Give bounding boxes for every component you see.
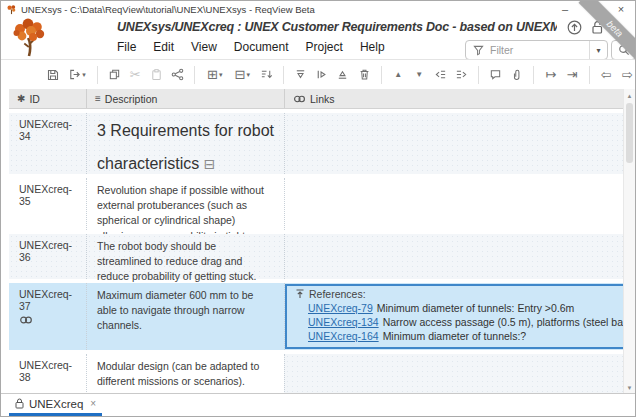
navigate-back-button[interactable]: ⇦ [599, 66, 614, 83]
app-header: UNEXsys/UNEXcreq : UNEX Customer Require… [1, 17, 635, 59]
menu-document[interactable]: Document [234, 40, 289, 54]
menu-file[interactable]: File [117, 40, 136, 54]
column-header-id[interactable]: ✱ ID [9, 89, 86, 108]
filter-box: ▾ [465, 40, 608, 60]
row-id[interactable]: UNEXcreq-38 [9, 354, 86, 394]
save-button[interactable] [45, 66, 60, 83]
table-row[interactable]: UNEXcreq-34 3 Requirements for robot cha… [9, 113, 624, 174]
reference-item: UNEXcreq-79Minimum diameter of tunnels: … [295, 302, 624, 314]
scrollbar-thumb[interactable] [626, 103, 633, 163]
id-column-icon: ✱ [17, 93, 25, 104]
row-id[interactable]: UNEXcreq-36 [9, 234, 86, 279]
menu-project[interactable]: Project [306, 40, 343, 54]
column-header-description[interactable]: ≡ Description [86, 89, 284, 108]
expand-button[interactable]: ⊞▾ [204, 66, 225, 83]
incoming-links-button[interactable]: ⇥ [565, 66, 580, 83]
tab-lock-icon [15, 398, 24, 409]
table-row-selected[interactable]: UNEXcreq-37 Maximum diameter 600 mm to b… [9, 283, 624, 350]
column-header-links[interactable]: Links [284, 89, 624, 108]
copy-button[interactable] [106, 66, 121, 83]
navigate-forward-button[interactable]: ⇨ [620, 66, 635, 83]
tab-close-icon[interactable]: × [90, 398, 96, 409]
table-header: ✱ ID ≡ Description Links [9, 89, 624, 109]
menu-bar: File Edit View Document Project Help [117, 40, 385, 54]
table-row[interactable]: UNEXcreq-35 Revolution shape if possible… [9, 178, 624, 230]
heading-collapse-icon[interactable]: ⊟ [204, 156, 216, 172]
toolbar: ▾ ✂ ⊞▾ ⊟▾ [1, 59, 635, 90]
links-cell-selected[interactable]: References: UNEXcreq-79Minimum diameter … [285, 284, 624, 349]
row-links-cell[interactable] [284, 113, 624, 174]
reference-item: UNEXcreq-134Narrow access passage (0.5 m… [295, 316, 624, 328]
outdent-button[interactable] [433, 66, 448, 83]
filter-funnel-icon [473, 45, 484, 56]
paste-button[interactable] [149, 66, 164, 83]
menu-help[interactable]: Help [360, 40, 385, 54]
vertical-scrollbar[interactable]: ▲ ▼ [623, 89, 635, 394]
row-id[interactable]: UNEXcreq-37 [9, 283, 86, 350]
insert-before-button[interactable] [335, 66, 350, 83]
row-id[interactable]: UNEXcreq-34 [9, 113, 86, 174]
table-row[interactable]: UNEXcreq-36 The robot body should be str… [9, 234, 624, 279]
links-column-icon [293, 94, 306, 104]
row-heading[interactable]: 3 Requirements for robot characteristics… [86, 113, 284, 174]
comment-button[interactable] [488, 66, 503, 83]
share-links-button[interactable] [170, 66, 185, 83]
delete-button[interactable] [356, 66, 371, 83]
description-column-icon: ≡ [95, 93, 101, 104]
window-titlebar: UNEXsys - C:\Data\ReqView\tutorial\UNEX\… [1, 1, 635, 17]
row-description[interactable]: Maximum diameter 600 mm to be able to na… [86, 283, 284, 350]
reqview-window: UNEXsys - C:\Data\ReqView\tutorial\UNEX\… [0, 0, 636, 417]
row-links-cell[interactable] [284, 354, 624, 394]
row-description[interactable]: Modular design (can be adapted to differ… [86, 354, 284, 394]
reference-link[interactable]: UNEXcreq-164 [308, 330, 379, 342]
move-up-button[interactable]: ▲ [391, 66, 406, 83]
sort-button[interactable] [259, 66, 274, 83]
menu-view[interactable]: View [191, 40, 217, 54]
row-id[interactable]: UNEXcreq-35 [9, 178, 86, 230]
insert-child-button[interactable] [314, 66, 329, 83]
reference-link[interactable]: UNEXcreq-134 [308, 316, 379, 328]
requirements-table: ◂ ✱ ID ≡ Description Links [1, 89, 635, 394]
window-title: UNEXsys - C:\Data\ReqView\tutorial\UNEX\… [21, 4, 315, 15]
collapse-caret-icon: ▾ [246, 71, 250, 78]
move-down-button[interactable]: ▼ [412, 66, 427, 83]
publish-icon[interactable] [567, 20, 582, 35]
indent-button[interactable] [454, 66, 469, 83]
export-button[interactable]: ▾ [66, 66, 87, 83]
has-links-icon [19, 315, 33, 325]
reference-link[interactable]: UNEXcreq-79 [308, 302, 373, 314]
document-title: UNEXsys/UNEXcreq : UNEX Customer Require… [117, 20, 557, 34]
reference-item: UNEXcreq-164Minimum diameter of tunnels:… [295, 330, 624, 342]
reqview-logo-icon [11, 17, 49, 57]
expand-caret-icon: ▾ [219, 71, 223, 78]
export-caret-icon: ▾ [82, 71, 86, 78]
outgoing-links-button[interactable]: ↦ [543, 66, 558, 83]
cut-button[interactable]: ✂ [128, 66, 143, 83]
row-links-cell[interactable] [284, 178, 624, 230]
tab-unexcreq[interactable]: UNEXcreq × [9, 394, 102, 416]
collapse-button[interactable]: ⊟▾ [231, 66, 252, 83]
references-out-icon [295, 289, 305, 299]
filter-input[interactable] [488, 43, 589, 57]
filter-dropdown-caret[interactable]: ▾ [589, 41, 607, 59]
attachment-button[interactable] [509, 66, 524, 83]
menu-edit[interactable]: Edit [153, 40, 174, 54]
row-links-cell[interactable]: References: UNEXcreq-79Minimum diameter … [284, 283, 624, 350]
row-links-cell[interactable] [284, 234, 624, 279]
scroll-up-icon[interactable]: ▲ [624, 90, 635, 101]
tab-label: UNEXcreq [29, 398, 83, 410]
references-label: References: [309, 288, 366, 300]
document-tab-bar: UNEXcreq × [1, 393, 635, 416]
row-description[interactable]: The robot body should be streamlined to … [86, 234, 284, 279]
minimize-button[interactable]: – [551, 1, 579, 17]
insert-after-button[interactable] [293, 66, 308, 83]
row-description[interactable]: Revolution shape if possible without ext… [86, 178, 284, 230]
scroll-down-icon[interactable]: ▼ [624, 382, 635, 393]
app-icon [6, 4, 17, 15]
table-row[interactable]: UNEXcreq-38 Modular design (can be adapt… [9, 354, 624, 394]
